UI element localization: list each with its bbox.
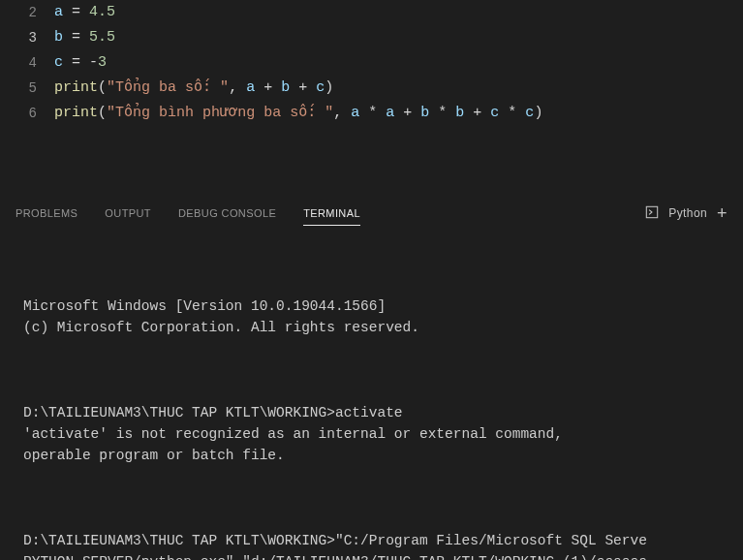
code-line[interactable]: a = 4.5 xyxy=(54,0,743,25)
shell-label[interactable]: Python xyxy=(668,206,707,220)
code-line[interactable]: print("Tổng ba số: ", a + b + c) xyxy=(54,76,743,101)
panel-actions: Python + xyxy=(645,204,728,222)
line-number: 2 xyxy=(0,0,37,25)
new-terminal-button[interactable]: + xyxy=(717,204,728,222)
terminal-text: Microsoft Windows [Version 10.0.19044.15… xyxy=(23,296,735,338)
tab-terminal[interactable]: TERMINAL xyxy=(303,202,360,226)
line-number-gutter: 23456 xyxy=(0,0,54,194)
bottom-panel: PROBLEMS OUTPUT DEBUG CONSOLE TERMINAL P… xyxy=(0,194,743,560)
tab-output[interactable]: OUTPUT xyxy=(105,202,151,225)
editor-area: 23456 a = 4.5b = 5.5c = -3print("Tổng ba… xyxy=(0,0,743,194)
terminal-output[interactable]: Microsoft Windows [Version 10.0.19044.15… xyxy=(0,232,743,560)
tab-problems[interactable]: PROBLEMS xyxy=(15,202,77,225)
code-line[interactable]: b = 5.5 xyxy=(54,25,743,50)
line-number: 6 xyxy=(0,101,37,126)
line-number: 4 xyxy=(0,50,37,76)
panel-tabs: PROBLEMS OUTPUT DEBUG CONSOLE TERMINAL P… xyxy=(0,195,743,232)
line-number: 5 xyxy=(0,76,37,101)
line-number: 3 xyxy=(0,25,37,50)
code-line[interactable]: c = -3 xyxy=(54,50,743,76)
tab-debug-console[interactable]: DEBUG CONSOLE xyxy=(178,202,276,225)
terminal-text: D:\TAILIEUNAM3\THUC TAP KTLT\WORKING>"C:… xyxy=(23,530,735,560)
terminal-text: D:\TAILIEUNAM3\THUC TAP KTLT\WORKING>act… xyxy=(23,402,735,466)
code-content[interactable]: a = 4.5b = 5.5c = -3print("Tổng ba số: "… xyxy=(54,0,743,194)
launch-profile-icon[interactable] xyxy=(645,205,659,222)
code-line[interactable]: print("Tổng bình phương ba số: ", a * a … xyxy=(54,101,743,126)
